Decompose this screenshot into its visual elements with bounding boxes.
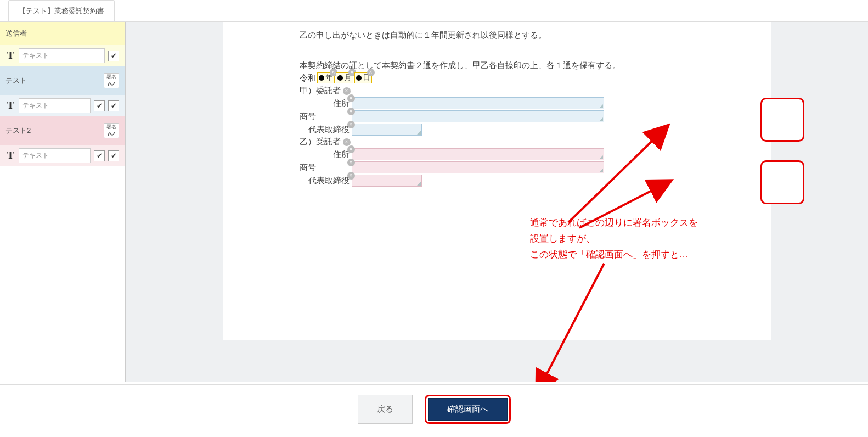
field-label: テキスト	[19, 98, 91, 113]
text-type-icon: T	[5, 50, 15, 61]
contract-text: 乙の申し出がないときは自動的に１年間更新され以後同様とする。	[300, 27, 695, 42]
party2-address-input[interactable]: ×	[352, 148, 604, 160]
field-checkbox[interactable]	[108, 150, 119, 161]
month-input[interactable]: ×月	[336, 72, 353, 83]
address-label: 住所	[300, 149, 352, 160]
representative-label: 代表取締役	[300, 125, 352, 135]
party1-company-input[interactable]: ×	[352, 110, 604, 122]
section-title: 送信者	[5, 29, 27, 38]
close-icon[interactable]: ×	[347, 121, 355, 128]
sidebar: 送信者 T テキスト テスト 署名 T	[0, 22, 125, 382]
sidebar-section-test: テスト 署名	[0, 66, 125, 95]
svg-line-2	[537, 264, 604, 382]
section-title: テスト2	[5, 126, 31, 136]
text-type-icon: T	[5, 150, 15, 161]
sidebar-field-row[interactable]: T テキスト	[0, 145, 125, 166]
sidebar-field-row[interactable]: T テキスト	[0, 45, 125, 66]
contract-date-row: 令和 ×年 ×月 ×日	[300, 72, 695, 83]
section-title: テスト	[5, 76, 27, 86]
address-label: 住所	[300, 98, 352, 109]
signature-tool-icon[interactable]: 署名	[104, 123, 119, 138]
field-label: テキスト	[19, 148, 91, 163]
party1-rep-input[interactable]: ×	[352, 124, 422, 136]
representative-label: 代表取締役	[300, 176, 352, 186]
annotation-text: 通常であればこの辺りに署名ボックスを 設置しますが、 この状態で「確認画面へ」を…	[530, 215, 760, 263]
party1-address-input[interactable]: ×	[352, 97, 604, 109]
document-tab[interactable]: 【テスト】業務委託契約書	[8, 0, 115, 21]
party1-heading: 甲）委託者	[300, 86, 341, 96]
sidebar-section-test2: テスト2 署名	[0, 116, 125, 145]
close-icon[interactable]: ×	[367, 69, 375, 76]
signature-box-placeholder	[760, 160, 804, 204]
era-label: 令和	[300, 73, 316, 83]
sidebar-section-sender: 送信者	[0, 22, 125, 45]
field-checkbox[interactable]	[108, 51, 119, 61]
contract-text: 本契約締結の証として本契約書２通を作成し、甲乙各自捺印の上、各１通を保有する。	[300, 58, 695, 72]
close-icon[interactable]: ×	[347, 108, 355, 115]
party2-company-input[interactable]: ×	[352, 161, 604, 173]
field-checkbox[interactable]	[108, 100, 119, 111]
close-icon[interactable]: ×	[347, 159, 355, 166]
close-icon[interactable]: ×	[347, 94, 355, 102]
document-canvas[interactable]: 乙の申し出がないときは自動的に１年間更新され以後同様とする。 本契約締結の証とし…	[125, 22, 868, 382]
signature-tool-icon[interactable]: 署名	[104, 73, 119, 88]
text-type-icon: T	[5, 100, 15, 111]
party2-heading: 乙）受託者	[300, 137, 341, 147]
signature-box-placeholder	[760, 98, 804, 142]
field-checkbox[interactable]	[94, 100, 105, 111]
field-label: テキスト	[19, 48, 105, 63]
close-icon[interactable]: ×	[343, 87, 351, 95]
tab-title: 【テスト】業務委託契約書	[19, 7, 104, 15]
close-icon[interactable]: ×	[347, 145, 355, 153]
company-label: 商号	[300, 163, 327, 173]
field-checkbox[interactable]	[94, 150, 105, 161]
annotation-arrow	[527, 258, 615, 382]
day-input[interactable]: ×日	[354, 72, 372, 83]
company-label: 商号	[300, 111, 327, 122]
close-icon[interactable]: ×	[343, 138, 351, 146]
party2-rep-input[interactable]: ×	[352, 175, 422, 187]
sidebar-field-row[interactable]: T テキスト	[0, 95, 125, 116]
document-page: 乙の申し出がないときは自動的に１年間更新され以後同様とする。 本契約締結の証とし…	[223, 22, 771, 340]
close-icon[interactable]: ×	[347, 172, 355, 180]
year-input[interactable]: ×年	[317, 72, 335, 83]
